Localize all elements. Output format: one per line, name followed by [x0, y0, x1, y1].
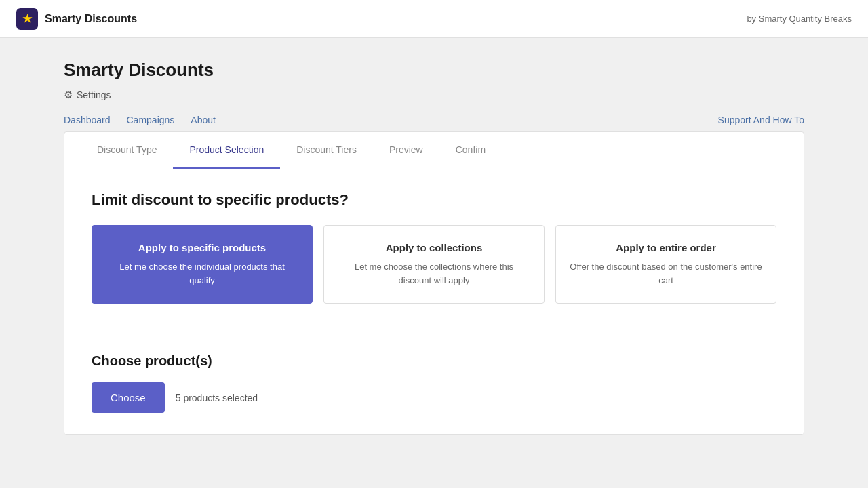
nav-link-about[interactable]: About	[191, 115, 216, 125]
page-content: Smarty Discounts ⚙ Settings Dashboard Ca…	[47, 38, 821, 457]
option-collections[interactable]: Apply to collections Let me choose the c…	[323, 225, 545, 304]
main-card: Discount Type Product Selection Discount…	[64, 131, 804, 435]
tab-discount-tiers[interactable]: Discount Tiers	[280, 132, 373, 169]
section-title: Limit discount to specific products?	[92, 191, 776, 209]
option-cards: Apply to specific products Let me choose…	[92, 225, 776, 304]
choose-row: Choose 5 products selected	[92, 382, 776, 413]
app-title: Smarty Discounts	[45, 13, 137, 25]
app-icon-letter: ★	[22, 12, 32, 25]
option-specific-products-title: Apply to specific products	[106, 242, 298, 253]
nav-links-left: Dashboard Campaigns About	[64, 115, 216, 125]
option-entire-order-desc: Offer the discount based on the customer…	[570, 260, 762, 287]
option-specific-products-desc: Let me choose the individual products th…	[106, 260, 298, 287]
settings-label: Settings	[77, 89, 111, 100]
nav-links: Dashboard Campaigns About Support And Ho…	[64, 115, 804, 131]
nav-link-campaigns[interactable]: Campaigns	[127, 115, 175, 125]
app-brand: ★ Smarty Discounts	[16, 8, 137, 30]
by-line: by Smarty Quantity Breaks	[747, 14, 852, 24]
option-collections-desc: Let me choose the collections where this…	[338, 260, 530, 287]
card-body: Limit discount to specific products? App…	[64, 169, 804, 434]
products-selected-label: 5 products selected	[176, 392, 258, 403]
section-divider	[92, 331, 776, 331]
tab-product-selection[interactable]: Product Selection	[173, 132, 280, 169]
app-icon: ★	[16, 8, 38, 30]
option-specific-products[interactable]: Apply to specific products Let me choose…	[92, 225, 313, 304]
tab-discount-type[interactable]: Discount Type	[81, 132, 173, 169]
settings-link[interactable]: ⚙ Settings	[64, 89, 804, 101]
tab-preview[interactable]: Preview	[373, 132, 439, 169]
nav-link-dashboard[interactable]: Dashboard	[64, 115, 111, 125]
tabs: Discount Type Product Selection Discount…	[64, 132, 804, 169]
gear-icon: ⚙	[64, 89, 73, 101]
tab-confirm[interactable]: Confim	[439, 132, 502, 169]
option-entire-order[interactable]: Apply to entire order Offer the discount…	[555, 225, 776, 304]
option-entire-order-title: Apply to entire order	[570, 242, 762, 253]
support-link[interactable]: Support And How To	[718, 115, 804, 125]
page-heading: Smarty Discounts	[64, 60, 804, 81]
top-bar: ★ Smarty Discounts by Smarty Quantity Br…	[0, 0, 868, 38]
choose-section-title: Choose product(s)	[92, 353, 776, 369]
choose-button[interactable]: Choose	[92, 382, 165, 413]
option-collections-title: Apply to collections	[338, 242, 530, 253]
